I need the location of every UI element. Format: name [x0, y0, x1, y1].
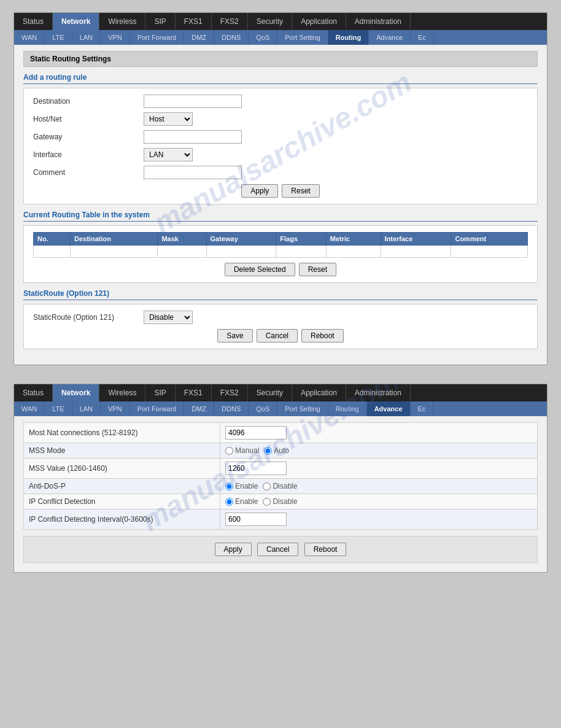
- antidos-disable-label[interactable]: Disable: [263, 482, 297, 490]
- ipconflict-disable-label[interactable]: Disable: [263, 497, 297, 506]
- destination-input[interactable]: [144, 95, 242, 108]
- nav2-status[interactable]: Status: [14, 384, 53, 401]
- sub2-wan[interactable]: WAN: [14, 401, 45, 416]
- table-reset-button[interactable]: Reset: [299, 263, 336, 276]
- static-route-buttons: Save Cancel Reboot: [33, 329, 528, 343]
- sub-qos[interactable]: QoS: [249, 30, 277, 45]
- save-button[interactable]: Save: [217, 329, 252, 343]
- nat-input[interactable]: [225, 426, 287, 440]
- sub2-portsetting[interactable]: Port Setting: [277, 401, 328, 416]
- sub2-advance[interactable]: Advance: [367, 401, 411, 416]
- antidos-radios: Enable Disable: [225, 482, 532, 490]
- sub2-lte[interactable]: LTE: [45, 401, 72, 416]
- static-route-select[interactable]: Disable Enable: [144, 311, 193, 324]
- routing-table-buttons: Delete Selected Reset: [33, 263, 528, 276]
- reboot-button[interactable]: Reboot: [301, 329, 344, 343]
- destination-row: Destination: [33, 95, 528, 108]
- adv-apply-button[interactable]: Apply: [215, 543, 252, 556]
- nav2-administration[interactable]: Administration: [346, 384, 411, 401]
- sub-ec[interactable]: Ec: [411, 30, 434, 45]
- adv-cancel-button[interactable]: Cancel: [257, 543, 298, 556]
- nav2-security[interactable]: Security: [248, 384, 292, 401]
- cancel-button[interactable]: Cancel: [257, 329, 298, 343]
- sub-portsetting[interactable]: Port Setting: [277, 30, 328, 45]
- advance-table: Most Nat connections (512-8192) MSS Mode…: [23, 422, 538, 530]
- nav-sip[interactable]: SIP: [145, 13, 175, 30]
- sub-ddns[interactable]: DDNS: [214, 30, 249, 45]
- nav-network[interactable]: Network: [53, 13, 99, 30]
- sub2-qos[interactable]: QoS: [249, 401, 277, 416]
- row-nat: Most Nat connections (512-8192): [24, 423, 538, 443]
- mss-auto-radio[interactable]: [264, 447, 272, 455]
- advance-btn-area: Apply Cancel Reboot: [23, 536, 538, 563]
- row-ipconflict-interval: IP Conflict Detecting Interval(0-3600s): [24, 509, 538, 530]
- sub-vpn[interactable]: VPN: [101, 30, 130, 45]
- comment-label: Comment: [33, 168, 144, 177]
- nav-status[interactable]: Status: [14, 13, 53, 30]
- nav-fxs1[interactable]: FXS1: [176, 13, 212, 30]
- sub-dmz[interactable]: DMZ: [184, 30, 214, 45]
- sub2-dmz[interactable]: DMZ: [184, 401, 214, 416]
- mss-manual-radio[interactable]: [225, 447, 233, 455]
- ipconflict-enable-label[interactable]: Enable: [225, 497, 258, 506]
- row-mss-value: MSS Value (1260-1460): [24, 459, 538, 479]
- antidos-enable-radio[interactable]: [225, 482, 233, 490]
- adv-reboot-button[interactable]: Reboot: [304, 543, 347, 556]
- nav-administration[interactable]: Administration: [346, 13, 411, 30]
- panel-routing: manualsarchive.com Status Network Wirele…: [14, 12, 547, 365]
- mss-manual-label[interactable]: Manual: [225, 446, 259, 455]
- mss-value-input[interactable]: [225, 462, 287, 475]
- nat-label: Most Nat connections (512-8192): [24, 423, 220, 443]
- interface-row: Interface LAN WAN: [33, 148, 528, 161]
- nav-fxs2[interactable]: FXS2: [212, 13, 248, 30]
- nav-application[interactable]: Application: [292, 13, 346, 30]
- sub2-lan[interactable]: LAN: [72, 401, 101, 416]
- ipconflict-value-cell: Enable Disable: [220, 494, 538, 509]
- nav2-sip[interactable]: SIP: [145, 384, 175, 401]
- interface-select[interactable]: LAN WAN: [144, 148, 193, 161]
- interval-input[interactable]: [225, 513, 287, 526]
- nav2-application[interactable]: Application: [292, 384, 346, 401]
- sub-lan[interactable]: LAN: [72, 30, 101, 45]
- ipconflict-enable-radio[interactable]: [225, 498, 233, 506]
- sub2-ec[interactable]: Ec: [411, 401, 434, 416]
- mss-manual-text: Manual: [235, 446, 259, 455]
- nav-wireless[interactable]: Wireless: [99, 13, 145, 30]
- sub2-portforward[interactable]: Port Forward: [130, 401, 185, 416]
- comment-row: Comment: [33, 166, 528, 179]
- nav2-fxs1[interactable]: FXS1: [176, 384, 212, 401]
- sub-wan[interactable]: WAN: [14, 30, 45, 45]
- mss-auto-label[interactable]: Auto: [264, 446, 289, 455]
- sub-lte[interactable]: LTE: [45, 30, 72, 45]
- sub-portforward[interactable]: Port Forward: [130, 30, 185, 45]
- panel-advance: manualsarchive.com Status Network Wirele…: [14, 384, 547, 573]
- table-row-empty: [34, 246, 528, 258]
- comment-input[interactable]: [144, 166, 242, 179]
- hostnet-select[interactable]: Host Net: [144, 112, 193, 126]
- sub2-vpn[interactable]: VPN: [101, 401, 130, 416]
- reset-button[interactable]: Reset: [282, 184, 319, 198]
- nav2-wireless[interactable]: Wireless: [99, 384, 145, 401]
- sub2-ddns[interactable]: DDNS: [214, 401, 249, 416]
- sub-nav-2: WAN LTE LAN VPN Port Forward DMZ DDNS Qo…: [14, 401, 547, 416]
- sub-routing[interactable]: Routing: [328, 30, 369, 45]
- delete-selected-button[interactable]: Delete Selected: [225, 263, 295, 276]
- col-gateway: Gateway: [206, 233, 276, 246]
- gateway-label: Gateway: [33, 133, 144, 141]
- nav2-fxs2[interactable]: FXS2: [212, 384, 248, 401]
- row-ipconflict: IP Conflict Detection Enable Disable: [24, 494, 538, 509]
- nav2-network[interactable]: Network: [53, 384, 99, 401]
- mss-auto-text: Auto: [274, 446, 289, 455]
- static-route-row: StaticRoute (Option 121) Disable Enable: [33, 311, 528, 324]
- antidos-enable-label[interactable]: Enable: [225, 482, 258, 490]
- apply-button[interactable]: Apply: [241, 184, 278, 198]
- nav-security[interactable]: Security: [248, 13, 292, 30]
- col-no: No.: [34, 233, 71, 246]
- static-route-label: StaticRoute (Option 121): [33, 313, 144, 322]
- gateway-input[interactable]: [144, 130, 242, 144]
- antidos-disable-radio[interactable]: [263, 482, 271, 490]
- ipconflict-disable-text: Disable: [273, 497, 297, 506]
- sub-advance[interactable]: Advance: [369, 30, 411, 45]
- ipconflict-disable-radio[interactable]: [263, 498, 271, 506]
- sub2-routing[interactable]: Routing: [328, 401, 367, 416]
